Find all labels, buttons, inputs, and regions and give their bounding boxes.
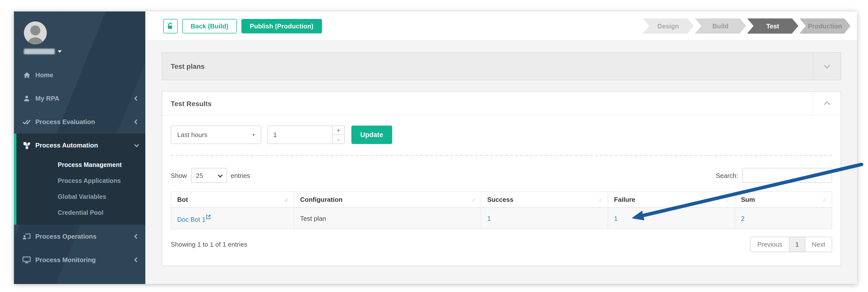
test-results-header: Test Results bbox=[162, 92, 841, 116]
stage-breadcrumb: Design Build Test Production bbox=[642, 18, 850, 34]
panel-title: Test Results bbox=[162, 99, 212, 107]
search-label: Search: bbox=[716, 172, 738, 179]
sort-icon[interactable]: ↓↑ bbox=[823, 197, 826, 202]
success-cell: 1 bbox=[481, 208, 608, 229]
test-results-table: Bot↓↑ Configuration↓↑ Success↓↑ Failure↓… bbox=[171, 191, 832, 229]
table-header-row: Bot↓↑ Configuration↓↑ Success↓↑ Failure↓… bbox=[171, 192, 832, 208]
sidebar-item-process-applications[interactable]: Process Applications bbox=[14, 173, 145, 189]
sidebar-item-process-management[interactable]: Process Management bbox=[14, 157, 145, 173]
column-header-sum[interactable]: Sum↓↑ bbox=[735, 192, 832, 208]
back-build-button[interactable]: Back (Build) bbox=[182, 19, 237, 33]
column-header-bot[interactable]: Bot↓↑ bbox=[171, 192, 294, 208]
sort-icon[interactable]: ↓↑ bbox=[726, 197, 728, 202]
hours-input[interactable] bbox=[267, 125, 332, 144]
sidebar-item-process-monitoring[interactable]: Process Monitoring bbox=[14, 248, 145, 271]
chevron-down-icon bbox=[217, 172, 222, 177]
external-link-icon bbox=[206, 213, 211, 221]
caret-down-icon bbox=[58, 50, 62, 53]
dashed-divider bbox=[171, 155, 832, 156]
breadcrumb-step-test[interactable]: Test bbox=[747, 18, 798, 34]
sort-icon[interactable]: ↓↑ bbox=[599, 197, 602, 202]
test-plans-panel: Test plans bbox=[162, 52, 841, 80]
publish-production-button[interactable]: Publish (Production) bbox=[241, 19, 322, 33]
hours-stepper: + - bbox=[332, 125, 345, 144]
screenshot-canvas: Home My RPA Process Evaluation bbox=[0, 0, 868, 292]
username-redacted bbox=[24, 49, 55, 54]
chevron-left-icon bbox=[134, 119, 139, 124]
sidebar: Home My RPA Process Evaluation bbox=[14, 11, 145, 284]
time-range-value: Last hours bbox=[177, 131, 207, 139]
sidebar-item-process-automation[interactable]: Process Automation bbox=[14, 134, 145, 157]
sitemap-icon bbox=[22, 141, 31, 149]
increment-button[interactable]: + bbox=[332, 125, 345, 135]
page-content: Test plans Test Results bbox=[145, 41, 857, 266]
sidebar-item-global-variables[interactable]: Global Variables bbox=[14, 189, 145, 205]
monitor-icon bbox=[22, 256, 31, 264]
page-length-select[interactable]: 25 bbox=[191, 168, 227, 183]
table-info: Showing 1 to 1 of 1 entries bbox=[171, 241, 247, 248]
main-area: Back (Build) Publish (Production) Design… bbox=[145, 11, 857, 284]
breadcrumb-step-build[interactable]: Build bbox=[695, 18, 746, 34]
sidebar-item-label: Process Evaluation bbox=[35, 118, 95, 125]
page-number[interactable]: 1 bbox=[789, 237, 805, 252]
search-input[interactable] bbox=[742, 168, 832, 183]
panel-title: Test plans bbox=[162, 62, 205, 70]
toolbar: Back (Build) Publish (Production) Design… bbox=[145, 11, 857, 41]
table-footer: Showing 1 to 1 of 1 entries Previous 1 N… bbox=[171, 237, 832, 252]
sort-icon[interactable]: ↓↑ bbox=[285, 197, 288, 202]
filter-controls: Last hours ▾ + - Update bbox=[171, 125, 832, 144]
sidebar-item-label: My RPA bbox=[35, 95, 59, 102]
sidebar-item-my-rpa[interactable]: My RPA bbox=[14, 87, 145, 110]
show-label: Show bbox=[171, 172, 187, 179]
sort-icon[interactable]: ↓↑ bbox=[472, 197, 475, 202]
configuration-cell: Test plan bbox=[294, 208, 481, 229]
caret-down-icon: ▾ bbox=[252, 132, 255, 138]
decrement-button[interactable]: - bbox=[332, 135, 345, 144]
sidebar-item-home[interactable]: Home bbox=[14, 63, 145, 87]
time-range-select[interactable]: Last hours ▾ bbox=[171, 125, 261, 144]
sidebar-item-process-operations[interactable]: Process Operations bbox=[14, 225, 145, 248]
sidebar-item-label: Process Monitoring bbox=[35, 256, 96, 264]
chevron-left-icon bbox=[134, 96, 139, 101]
screen-user-icon bbox=[22, 233, 31, 240]
sum-cell: 2 bbox=[735, 208, 832, 229]
success-count-link[interactable]: 1 bbox=[487, 214, 491, 222]
test-results-collapse-button[interactable] bbox=[813, 92, 841, 115]
column-header-configuration[interactable]: Configuration↓↑ bbox=[294, 192, 481, 208]
column-header-success[interactable]: Success↓↑ bbox=[481, 192, 608, 208]
test-plans-expand-button[interactable] bbox=[813, 53, 841, 80]
sidebar-item-label: Process Operations bbox=[35, 233, 97, 240]
next-page-button[interactable]: Next bbox=[806, 237, 832, 252]
search-control: Search: bbox=[716, 168, 832, 183]
failure-count-link[interactable]: 1 bbox=[614, 214, 618, 222]
user-menu[interactable] bbox=[24, 49, 145, 54]
breadcrumb-step-design[interactable]: Design bbox=[643, 18, 694, 34]
chevron-left-icon bbox=[134, 257, 139, 262]
failure-cell: 1 bbox=[608, 208, 735, 229]
table-row: Doc Bot 1 Test plan 1 1 2 bbox=[171, 208, 832, 229]
breadcrumb-step-production[interactable]: Production bbox=[799, 18, 850, 34]
app-window: Home My RPA Process Evaluation bbox=[14, 11, 857, 284]
sidebar-nav: Home My RPA Process Evaluation bbox=[14, 63, 145, 271]
sum-count-link[interactable]: 2 bbox=[741, 214, 745, 222]
chevron-up-icon bbox=[824, 101, 830, 107]
table-controls-row: Show 25 entries Search: bbox=[171, 168, 832, 183]
bot-cell: Doc Bot 1 bbox=[171, 208, 294, 229]
column-header-failure[interactable]: Failure↓↑ bbox=[608, 192, 735, 208]
update-button[interactable]: Update bbox=[351, 125, 392, 144]
sidebar-item-label: Process Automation bbox=[35, 142, 98, 149]
sidebar-item-credential-pool[interactable]: Credential Pool bbox=[14, 205, 145, 221]
previous-page-button[interactable]: Previous bbox=[751, 237, 789, 252]
pagination: Previous 1 Next bbox=[750, 237, 832, 252]
bot-link[interactable]: Doc Bot 1 bbox=[177, 216, 211, 223]
sidebar-item-process-evaluation[interactable]: Process Evaluation bbox=[14, 110, 145, 134]
user-icon bbox=[22, 94, 31, 103]
test-results-panel: Test Results Last hours ▾ bbox=[162, 91, 841, 266]
chevron-down-icon bbox=[824, 62, 830, 68]
lock-button[interactable] bbox=[163, 19, 178, 33]
avatar[interactable] bbox=[24, 22, 47, 45]
chevron-down-icon bbox=[134, 142, 139, 147]
lock-open-icon bbox=[167, 22, 174, 30]
sidebar-group-process-automation: Process Automation Process Management Pr… bbox=[14, 134, 145, 225]
page-length-value: 25 bbox=[196, 172, 203, 179]
